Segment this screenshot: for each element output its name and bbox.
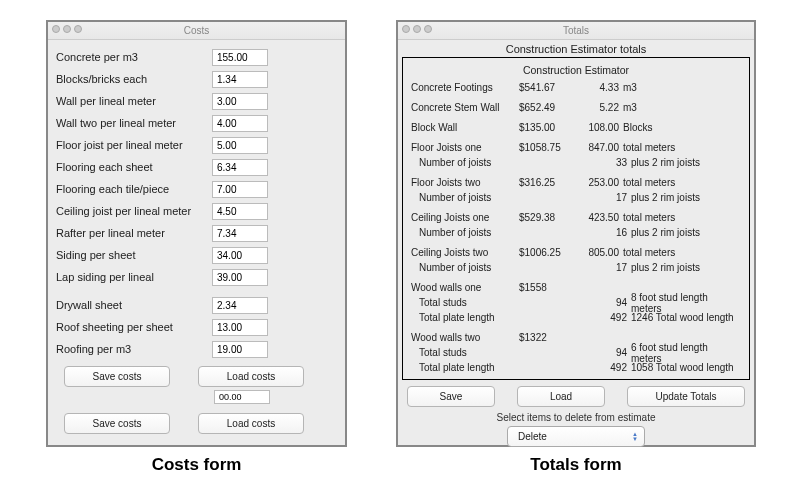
cost-input[interactable] — [212, 159, 268, 176]
close-icon[interactable] — [52, 25, 60, 33]
cost-label: Flooring each tile/piece — [56, 183, 206, 195]
cost-input[interactable] — [212, 319, 268, 336]
report-title: Construction Estimator — [411, 64, 741, 76]
left-caption: Costs form — [46, 455, 347, 475]
update-totals-button[interactable]: Update Totals — [627, 386, 745, 407]
report-cell: 805.00 — [575, 247, 623, 258]
report-row: Floor Joists one$1058.75847.00total mete… — [411, 140, 741, 155]
save-button[interactable]: Save — [407, 386, 495, 407]
report-cell: $1006.25 — [519, 247, 575, 258]
cost-input[interactable] — [212, 49, 268, 66]
report-cell: m3 — [623, 102, 741, 113]
report-row: Total plate length4921058 Total wood len… — [411, 360, 741, 375]
load-costs-button[interactable]: Load costs — [198, 366, 304, 387]
cost-label: Floor joist per lineal meter — [56, 139, 206, 151]
cost-label: Rafter per lineal meter — [56, 227, 206, 239]
report-cell: 4.33 — [575, 82, 623, 93]
zoom-icon[interactable] — [74, 25, 82, 33]
save-costs-button-2[interactable]: Save costs — [64, 413, 170, 434]
report-cell: 108.00 — [575, 122, 623, 133]
report-cell: total meters — [623, 142, 741, 153]
right-caption: Totals form — [396, 455, 756, 475]
totals-titlebar: Totals — [398, 22, 754, 40]
report-cell: 1058 Total wood length — [631, 362, 741, 373]
report-cell: Total studs — [411, 297, 527, 308]
report-cell: $1558 — [519, 282, 575, 293]
cost-input[interactable] — [212, 93, 268, 110]
cost-input[interactable] — [212, 341, 268, 358]
report-cell: 847.00 — [575, 142, 623, 153]
cost-row: Flooring each sheet — [56, 156, 337, 178]
report-cell: total meters — [623, 212, 741, 223]
close-icon[interactable] — [402, 25, 410, 33]
window-controls[interactable] — [52, 25, 82, 33]
report-cell: Wood walls two — [411, 332, 519, 343]
cost-label: Roof sheeting per sheet — [56, 321, 206, 333]
report-cell: 1246 Total wood length — [631, 312, 741, 323]
report-cell: $135.00 — [519, 122, 575, 133]
cost-row: Flooring each tile/piece — [56, 178, 337, 200]
report-cell: 6 foot stud length meters — [631, 342, 741, 364]
minimize-icon[interactable] — [63, 25, 71, 33]
costs-title: Costs — [184, 25, 210, 36]
report-cell: 94 — [583, 297, 631, 308]
cost-row: Concrete per m3 — [56, 46, 337, 68]
cost-input[interactable] — [212, 181, 268, 198]
report-cell: 16 — [583, 227, 631, 238]
report-cell: Floor Joists one — [411, 142, 519, 153]
report-cell: Blocks — [623, 122, 741, 133]
report-cell: Ceiling Joists one — [411, 212, 519, 223]
cost-input[interactable] — [212, 225, 268, 242]
load-button[interactable]: Load — [517, 386, 605, 407]
report-row: Number of joists17plus 2 rim joists — [411, 260, 741, 275]
cost-input[interactable] — [212, 203, 268, 220]
cost-input[interactable] — [212, 269, 268, 286]
cost-row: Blocks/bricks each — [56, 68, 337, 90]
delete-caption: Select items to delete from estimate — [398, 412, 754, 423]
report-cell: 253.00 — [575, 177, 623, 188]
report-cell: 94 — [583, 347, 631, 358]
cost-input[interactable] — [212, 137, 268, 154]
report-cell: Total plate length — [411, 362, 527, 373]
report-cell: $316.25 — [519, 177, 575, 188]
report-row: Total plate length4921246 Total wood len… — [411, 310, 741, 325]
report-cell: Concrete Footings — [411, 82, 519, 93]
report-cell: Floor Joists two — [411, 177, 519, 188]
report-cell: plus 2 rim joists — [631, 262, 741, 273]
minimize-icon[interactable] — [413, 25, 421, 33]
zoom-icon[interactable] — [424, 25, 432, 33]
report-cell: $1058.75 — [519, 142, 575, 153]
cost-label: Drywall sheet — [56, 299, 206, 311]
cost-row: Wall two per lineal meter — [56, 112, 337, 134]
load-costs-button-2[interactable]: Load costs — [198, 413, 304, 434]
report-row: Floor Joists two$316.25253.00total meter… — [411, 175, 741, 190]
report-row: Concrete Footings$541.674.33m3 — [411, 80, 741, 95]
cost-label: Siding per sheet — [56, 249, 206, 261]
chevron-updown-icon: ▲▼ — [632, 432, 638, 442]
report-cell: $529.38 — [519, 212, 575, 223]
report-row: Total studs946 foot stud length meters — [411, 345, 741, 360]
cost-label: Ceiling joist per lineal meter — [56, 205, 206, 217]
totals-subheader: Construction Estimator totals — [398, 40, 754, 57]
totals-title: Totals — [563, 25, 589, 36]
save-costs-button[interactable]: Save costs — [64, 366, 170, 387]
stray-input[interactable] — [214, 390, 270, 404]
cost-row: Roof sheeting per sheet — [56, 316, 337, 338]
cost-row: Lap siding per lineal — [56, 266, 337, 288]
costs-body: Concrete per m3Blocks/bricks eachWall pe… — [48, 40, 345, 438]
report-cell: plus 2 rim joists — [631, 192, 741, 203]
report-cell: Ceiling Joists two — [411, 247, 519, 258]
cost-row: Drywall sheet — [56, 294, 337, 316]
report-row: Concrete Stem Wall$652.495.22m3 — [411, 100, 741, 115]
cost-input[interactable] — [212, 115, 268, 132]
report-cell: 492 — [583, 362, 631, 373]
cost-row: Siding per sheet — [56, 244, 337, 266]
cost-label: Concrete per m3 — [56, 51, 206, 63]
report-cell: 492 — [583, 312, 631, 323]
report-cell: Number of joists — [411, 262, 527, 273]
window-controls[interactable] — [402, 25, 432, 33]
cost-input[interactable] — [212, 71, 268, 88]
cost-input[interactable] — [212, 297, 268, 314]
cost-input[interactable] — [212, 247, 268, 264]
delete-select[interactable]: Delete ▲▼ — [507, 426, 645, 447]
